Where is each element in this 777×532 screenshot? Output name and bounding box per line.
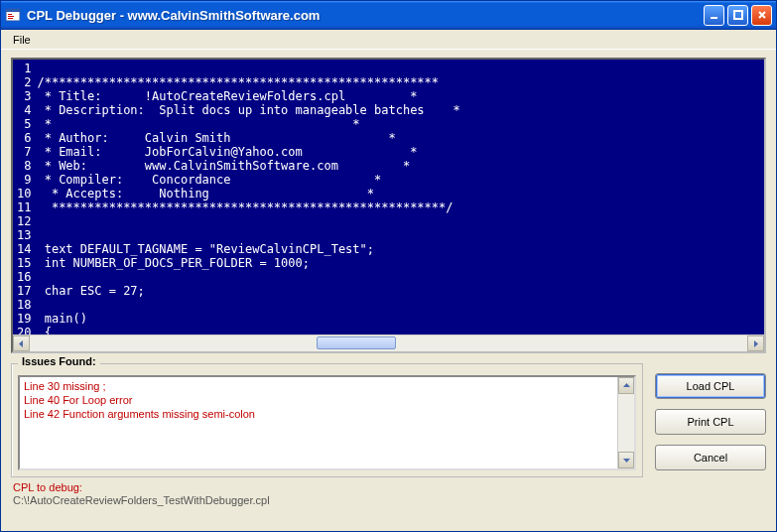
button-column: Load CPL Print CPL Cancel: [655, 363, 766, 477]
footer-path: C:\!AutoCreateReviewFolders_TestWithDebu…: [13, 494, 764, 506]
issues-group: Issues Found: Line 30 missing ;Line 40 F…: [11, 363, 643, 477]
cancel-button[interactable]: Cancel: [655, 445, 766, 470]
svg-rect-5: [711, 17, 717, 19]
minimize-button[interactable]: [704, 5, 724, 26]
scroll-thumb[interactable]: [317, 336, 396, 349]
app-icon: [5, 7, 21, 23]
scroll-up-button[interactable]: [618, 377, 634, 394]
line-gutter: 1 2 3 4 5 6 7 8 9 10 11 12 13 14 15 16 1…: [17, 62, 37, 334]
close-button[interactable]: [751, 5, 772, 26]
svg-rect-1: [6, 9, 20, 12]
footer: CPL to debug: C:\!AutoCreateReviewFolder…: [11, 477, 766, 506]
horizontal-scrollbar[interactable]: [13, 334, 764, 351]
issue-line[interactable]: Line 40 For Loop error: [24, 393, 630, 407]
issues-vertical-scrollbar[interactable]: [617, 377, 634, 468]
issue-line[interactable]: Line 42 Function arguments missing semi-…: [24, 407, 630, 421]
issue-line[interactable]: Line 30 missing ;: [24, 379, 630, 393]
scroll-left-button[interactable]: [13, 335, 30, 351]
titlebar[interactable]: CPL Debugger - www.CalvinSmithSoftware.c…: [1, 1, 776, 30]
scroll-track[interactable]: [618, 394, 634, 452]
code-editor[interactable]: 1 2 3 4 5 6 7 8 9 10 11 12 13 14 15 16 1…: [11, 58, 766, 353]
svg-rect-6: [734, 11, 742, 19]
menubar: File: [1, 30, 776, 50]
issues-legend: Issues Found:: [18, 355, 100, 367]
issues-list[interactable]: Line 30 missing ;Line 40 For Loop errorL…: [18, 375, 636, 470]
svg-rect-4: [8, 18, 13, 19]
scroll-right-button[interactable]: [747, 335, 764, 351]
app-window: CPL Debugger - www.CalvinSmithSoftware.c…: [0, 0, 777, 532]
maximize-button[interactable]: [727, 5, 748, 26]
lower-row: Issues Found: Line 30 missing ;Line 40 F…: [11, 363, 766, 477]
code-view[interactable]: 1 2 3 4 5 6 7 8 9 10 11 12 13 14 15 16 1…: [13, 60, 764, 334]
svg-rect-2: [8, 14, 12, 15]
window-controls: [704, 5, 772, 26]
code-body[interactable]: /***************************************…: [37, 62, 762, 334]
menu-file[interactable]: File: [5, 32, 39, 48]
print-cpl-button[interactable]: Print CPL: [655, 409, 766, 435]
svg-rect-3: [8, 16, 14, 17]
scroll-track[interactable]: [30, 335, 747, 351]
scroll-down-button[interactable]: [618, 452, 634, 468]
window-title: CPL Debugger - www.CalvinSmithSoftware.c…: [27, 8, 704, 23]
footer-label: CPL to debug:: [13, 481, 764, 493]
client-area: 1 2 3 4 5 6 7 8 9 10 11 12 13 14 15 16 1…: [1, 50, 776, 531]
load-cpl-button[interactable]: Load CPL: [655, 373, 766, 399]
